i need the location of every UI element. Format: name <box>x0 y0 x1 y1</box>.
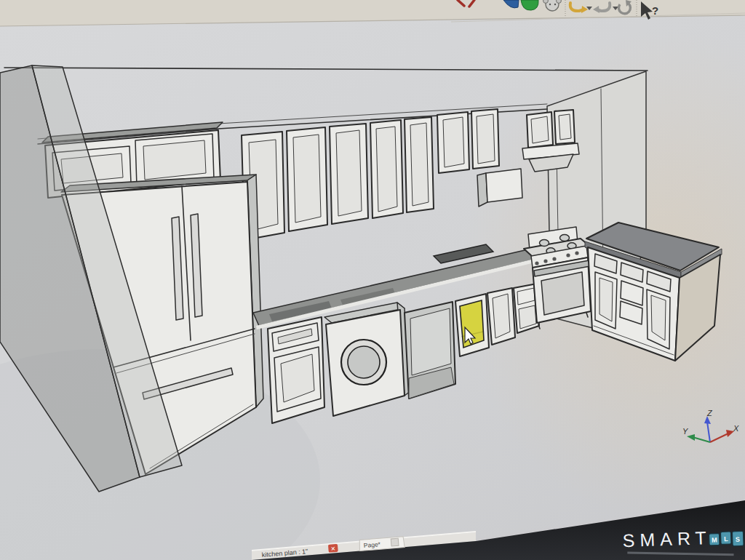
open-base-cabinet[interactable] <box>405 302 455 399</box>
base-cabinet-door[interactable] <box>487 288 515 345</box>
svg-text:?: ? <box>652 4 658 17</box>
axis-y-label: Y <box>682 427 688 436</box>
monitor-photo: ? <box>0 0 745 560</box>
watermark-brand: SMART <box>622 527 712 551</box>
watermark-box-m: M <box>712 537 717 544</box>
axis-z-label: Z <box>706 409 713 417</box>
page-tab[interactable]: Page* <box>363 540 381 549</box>
watermark-box-s: S <box>736 536 740 543</box>
page-tab-icon[interactable] <box>391 538 399 546</box>
watermark-box-l: L <box>724 535 728 543</box>
selected-base-cabinet[interactable] <box>455 294 489 356</box>
base-cabinet-drawer-door[interactable] <box>268 317 324 423</box>
axis-x-label: X <box>733 424 739 433</box>
tab-close-icon[interactable]: ✕ <box>330 545 335 552</box>
